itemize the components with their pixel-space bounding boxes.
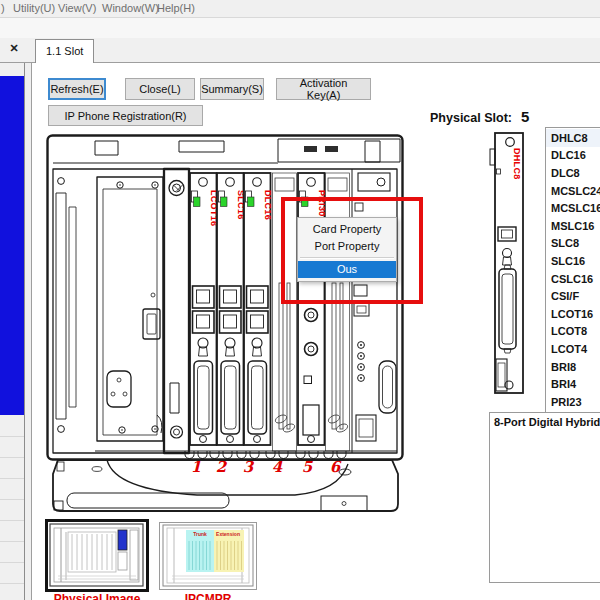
card-type-item[interactable]: LCOT16 [546,305,600,323]
left-nav-selection[interactable] [0,76,24,415]
card-label: DLC16 [263,190,273,220]
content-left-border [31,62,32,600]
menu-separator [300,257,394,259]
status-led [194,197,201,207]
cabinet-card-slot1[interactable]: LCOT16 [190,173,219,445]
physical-slot-label: Physical Slot: [430,111,512,125]
card-type-item[interactable]: CSI/F [546,287,600,305]
card-type-item[interactable]: BRI4 [546,375,600,393]
tab-slot[interactable]: 1.1 Slot [35,39,94,63]
cabinet-illustration: LCOT16 SLC16 DLC16 [45,133,405,517]
thumbnail-physical-drawing [48,522,146,589]
thumbnail-trunk-label: Trunk [193,531,207,537]
thumbnail-caption-ipcmpr: IPCMPR [159,592,257,600]
menu-item-view[interactable]: View(V) [58,2,96,14]
thumbnail-physical-image[interactable] [45,519,149,592]
card-type-item[interactable]: MCSLC24 [546,182,600,200]
close-pane-icon[interactable]: ✕ [6,41,22,56]
thumbnail-caption-physical: Physical Image [45,592,149,600]
card-type-item[interactable]: SLC8 [546,235,600,253]
physical-slot-value: 5 [521,108,529,125]
summary-button[interactable]: Summary(S) [200,78,264,100]
status-led [221,197,228,207]
thumbnail-extension-label: Extension [216,531,240,537]
card-description-box: 8-Port Digital Hybrid Extension Card [489,412,600,583]
refresh-button[interactable]: Refresh(E) [48,78,106,100]
physical-slot-heading: Physical Slot:5 [430,108,529,126]
close-button[interactable]: Close(L) [125,78,195,100]
card-type-list: DHLC8 DLC16 DLC8 MCSLC24 MCSLC16 MSLC16 … [545,127,600,414]
cabinet-card-slot2[interactable]: SLC16 [217,173,246,445]
card-type-item[interactable]: DLC8 [546,164,600,182]
card-type-item[interactable]: CSLC16 [546,270,600,288]
toolbar-strip [0,18,600,38]
activation-key-button[interactable]: Activation Key(A) [276,78,371,100]
card-preview-illustration: DHLC8 [487,131,529,399]
menu-item-ous[interactable]: Ous [298,261,396,278]
menu-item-window[interactable]: Window(W) [102,2,159,14]
menu-item-port-property[interactable]: Port Property [298,238,396,255]
card-type-item[interactable]: DLC16 [546,147,600,165]
card-type-item[interactable]: DHLC8 [546,129,600,147]
ip-phone-registration-button[interactable]: IP Phone Registration(R) [48,105,203,126]
card-type-item[interactable]: LCOT8 [546,323,600,341]
card-preview-label: DHLC8 [512,148,522,180]
menu-item-help[interactable]: Help(H) [157,2,195,14]
menu-bar: ) Utility(U) View(V) Window(W) Help(H) [0,0,600,18]
menu-item-card-property[interactable]: Card Property [298,221,396,238]
menu-item-partial[interactable]: ) [1,2,5,14]
status-led [248,197,255,207]
thumbnail-ipcmpr[interactable]: Trunk Extension [159,522,257,590]
card-type-item[interactable]: SLC16 [546,252,600,270]
thumbnail-selected-card [118,530,127,550]
card-type-item[interactable]: MSLC16 [546,217,600,235]
card-type-item[interactable]: MCSLC16 [546,199,600,217]
left-nav-rows[interactable] [0,416,24,600]
thumbnail-ipcmpr-drawing: Trunk Extension [160,523,256,589]
menu-item-utility[interactable]: Utility(U) [13,2,55,14]
card-type-item[interactable]: LCOT4 [546,340,600,358]
context-menu: Card Property Port Property Ous [297,217,397,282]
card-type-item[interactable]: PRI23 [546,393,600,411]
cabinet-card-slot3[interactable]: DLC16 [244,173,273,445]
card-type-item[interactable]: BRI8 [546,358,600,376]
